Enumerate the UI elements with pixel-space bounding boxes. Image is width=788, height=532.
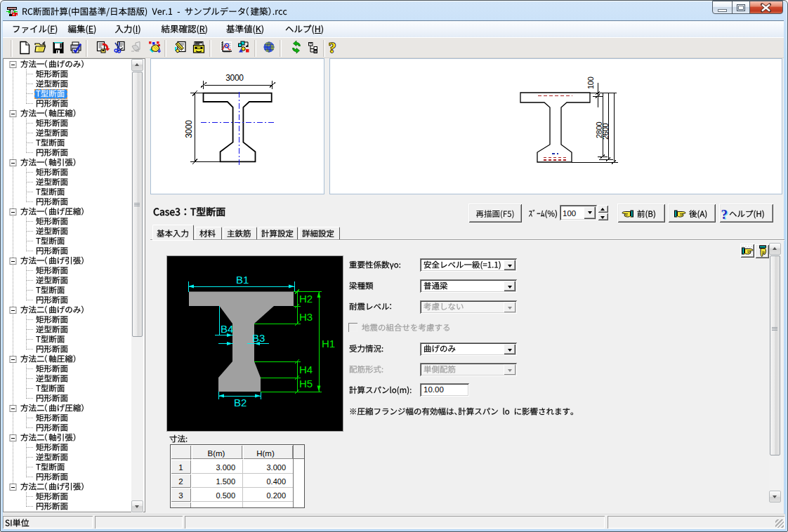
svg-text:0.200: 0.200	[266, 491, 286, 500]
svg-text:H(m): H(m)	[256, 449, 275, 458]
svg-text:H2: H2	[299, 293, 313, 305]
svg-text:2: 2	[178, 477, 183, 486]
svg-text:100: 100	[563, 209, 576, 218]
svg-text:1.500: 1.500	[216, 477, 235, 486]
svg-text:B4: B4	[221, 323, 233, 335]
svg-text:H4: H4	[299, 364, 313, 375]
svg-text:B3: B3	[252, 332, 265, 344]
svg-text:3000: 3000	[225, 73, 244, 83]
svg-text:?: ?	[329, 39, 336, 56]
svg-text:H5: H5	[299, 378, 313, 390]
svg-text:B1: B1	[236, 274, 249, 286]
svg-text:10.00: 10.00	[423, 385, 444, 394]
svg-text:100: 100	[586, 77, 595, 89]
svg-text:?: ?	[721, 207, 728, 222]
svg-text:H1: H1	[322, 338, 335, 350]
svg-text:0.400: 0.400	[266, 477, 286, 486]
svg-text:3.000: 3.000	[216, 463, 235, 472]
svg-text:3.000: 3.000	[266, 463, 286, 472]
svg-text:H3: H3	[299, 311, 313, 323]
svg-text:B(m): B(m)	[208, 449, 225, 458]
svg-text:B2: B2	[234, 397, 247, 408]
svg-text:0.500: 0.500	[216, 491, 235, 500]
svg-text:3000: 3000	[184, 120, 194, 138]
svg-text:3: 3	[178, 491, 183, 500]
svg-text:1: 1	[178, 463, 183, 472]
